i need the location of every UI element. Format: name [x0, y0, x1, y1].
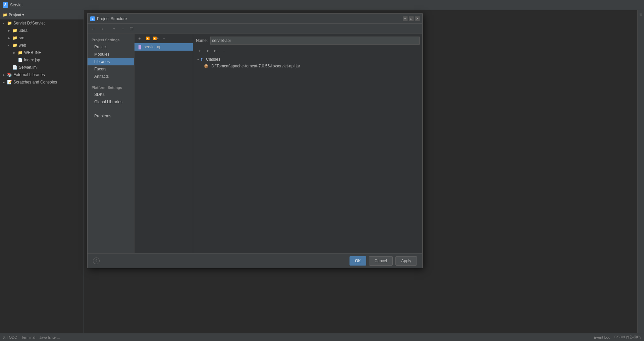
bottombar-terminal[interactable]: Terminal	[21, 335, 36, 339]
library-list-item[interactable]: ▐▌ servlet-api	[135, 43, 193, 51]
dialog-list-panel: + 🔼 🔼+ − ▐▌ servlet-api	[135, 34, 193, 253]
nav-item-artifacts[interactable]: Artifacts	[88, 73, 134, 80]
nav-item-facets[interactable]: Facets	[88, 65, 134, 73]
list-remove-button[interactable]: −	[160, 35, 167, 42]
name-label: Name:	[196, 38, 208, 43]
dialog-overlay: S Project Structure − □ ✕ ← → + − ❐ Proj…	[0, 10, 644, 333]
help-button[interactable]: ?	[93, 258, 100, 264]
dialog-footer: ? OK Cancel Apply	[88, 253, 422, 268]
minimize-button[interactable]: −	[403, 16, 408, 21]
dialog-left-nav: Project Settings Project Modules Librari…	[88, 34, 135, 253]
classes-label: Classes	[206, 57, 220, 62]
dialog-body: Project Settings Project Modules Librari…	[88, 34, 422, 253]
dialog-detail-panel: Name: + ⬆ ⬆+ − ▾ ⬆ Classes 📦	[193, 34, 422, 253]
jar-entry[interactable]: 📦 D:\Tomcat\apache-tomcat-7.0.55\lib\ser…	[196, 63, 420, 69]
dialog-title: Project Structure	[97, 16, 401, 21]
remove-button[interactable]: −	[119, 25, 126, 33]
list-add-button[interactable]: +	[136, 35, 143, 42]
jar-path: D:\Tomcat\apache-tomcat-7.0.55\lib\servl…	[211, 64, 300, 68]
ide-title: Servlet	[10, 3, 22, 7]
footer-help: ?	[93, 258, 347, 264]
apply-button[interactable]: Apply	[395, 256, 417, 266]
name-input[interactable]	[210, 37, 420, 45]
library-list: ▐▌ servlet-api	[135, 43, 193, 253]
ide-topbar: S Servlet	[0, 0, 644, 10]
forward-button[interactable]: →	[98, 25, 105, 32]
copy-button[interactable]: ❐	[128, 25, 135, 33]
classes-icon: ⬆	[200, 57, 203, 62]
nav-item-problems[interactable]: Problems	[88, 112, 134, 120]
bottombar-watermark: CSDN @苏棉By	[614, 335, 641, 340]
classes-node[interactable]: ▾ ⬆ Classes	[196, 56, 420, 63]
library-item-label: servlet-api	[144, 45, 162, 49]
detail-add-jar-button[interactable]: ⬆+	[212, 47, 219, 55]
name-row: Name:	[196, 37, 420, 45]
collapse-arrow-icon: ▾	[197, 58, 199, 61]
detail-toolbar: + ⬆ ⬆+ −	[196, 47, 420, 55]
detail-tree: ▾ ⬆ Classes 📦 D:\Tomcat\apache-tomcat-7.…	[196, 56, 420, 250]
ide-icon: S	[3, 2, 8, 8]
dialog-controls: − □ ✕	[403, 16, 420, 21]
library-icon: ▐▌	[137, 45, 143, 49]
detail-add-classes-button[interactable]: ⬆	[204, 47, 211, 55]
bottombar: 6: TODO Terminal Java Enter... Event Log…	[0, 333, 644, 341]
nav-item-libraries[interactable]: Libraries	[88, 58, 134, 65]
detail-remove-button[interactable]: −	[220, 47, 227, 55]
nav-item-project[interactable]: Project	[88, 43, 134, 51]
bottombar-event-log[interactable]: Event Log	[594, 335, 610, 339]
nav-item-sdks[interactable]: SDKs	[88, 91, 134, 98]
add-button[interactable]: +	[110, 25, 118, 33]
dialog-icon: S	[90, 16, 95, 21]
maximize-button[interactable]: □	[409, 16, 414, 21]
detail-add-button[interactable]: +	[196, 47, 203, 55]
list-add-classes-button[interactable]: 🔼	[144, 35, 151, 42]
jar-icon: 📦	[204, 64, 209, 68]
project-structure-dialog: S Project Structure − □ ✕ ← → + − ❐ Proj…	[87, 13, 423, 268]
project-settings-label: Project Settings	[88, 37, 134, 43]
back-button[interactable]: ←	[90, 25, 97, 32]
dialog-titlebar: S Project Structure − □ ✕	[88, 14, 422, 24]
platform-settings-label: Platform Settings	[88, 84, 134, 91]
cancel-button[interactable]: Cancel	[369, 256, 393, 266]
bottombar-java[interactable]: Java Enter...	[39, 335, 60, 339]
nav-item-modules[interactable]: Modules	[88, 51, 134, 58]
bottombar-todo[interactable]: 6: TODO	[3, 335, 17, 339]
list-add-jar-button[interactable]: 🔼+	[152, 35, 159, 42]
ok-button[interactable]: OK	[350, 256, 366, 266]
list-toolbar: + 🔼 🔼+ −	[135, 34, 193, 43]
close-button[interactable]: ✕	[415, 16, 420, 21]
dialog-nav-bar: ← → + − ❐	[88, 24, 422, 34]
nav-item-global-libraries[interactable]: Global Libraries	[88, 98, 134, 106]
